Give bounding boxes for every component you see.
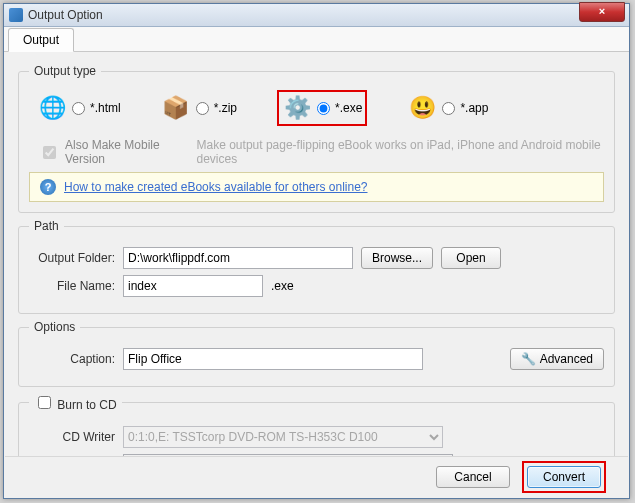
label-exe: *.exe bbox=[335, 101, 362, 115]
radio-zip[interactable] bbox=[196, 102, 209, 115]
radio-app[interactable] bbox=[442, 102, 455, 115]
wrench-icon: 🔧 bbox=[521, 352, 536, 366]
output-type-legend: Output type bbox=[29, 64, 101, 78]
caption-label: Caption: bbox=[29, 352, 115, 366]
content-area: Output type 🌐 *.html 📦 *.zip ⚙️ *.e bbox=[4, 52, 629, 464]
question-icon: ? bbox=[40, 179, 56, 195]
cd-writer-label: CD Writer bbox=[29, 430, 115, 444]
advanced-button[interactable]: 🔧Advanced bbox=[510, 348, 604, 370]
convert-button[interactable]: Convert bbox=[527, 466, 601, 488]
options-group: Options Caption: 🔧Advanced bbox=[18, 320, 615, 387]
type-zip: 📦 *.zip bbox=[161, 93, 237, 123]
also-mobile-checkbox[interactable] bbox=[43, 146, 56, 159]
convert-highlight: Convert bbox=[522, 461, 606, 493]
caption-input[interactable] bbox=[123, 348, 423, 370]
app-icon bbox=[9, 8, 23, 22]
help-box: ? How to make created eBooks available f… bbox=[29, 172, 604, 202]
path-group: Path Output Folder: Browse... Open File … bbox=[18, 219, 615, 314]
tab-output[interactable]: Output bbox=[8, 28, 74, 52]
radio-exe[interactable] bbox=[317, 102, 330, 115]
gear-icon: ⚙️ bbox=[282, 93, 312, 123]
mac-icon: 😃 bbox=[407, 93, 437, 123]
file-extension: .exe bbox=[271, 279, 294, 293]
output-type-group: Output type 🌐 *.html 📦 *.zip ⚙️ *.e bbox=[18, 64, 615, 213]
type-html: 🌐 *.html bbox=[37, 93, 121, 123]
burn-cd-legend: Burn to CD bbox=[29, 393, 122, 412]
label-app: *.app bbox=[460, 101, 488, 115]
help-link[interactable]: How to make created eBooks available for… bbox=[64, 180, 368, 194]
file-name-input[interactable] bbox=[123, 275, 263, 297]
options-legend: Options bbox=[29, 320, 80, 334]
output-folder-label: Output Folder: bbox=[29, 251, 115, 265]
window-title: Output Option bbox=[28, 8, 103, 22]
globe-icon: 🌐 bbox=[37, 93, 67, 123]
cancel-button[interactable]: Cancel bbox=[436, 466, 510, 488]
footer: Cancel Convert bbox=[5, 456, 628, 497]
label-zip: *.zip bbox=[214, 101, 237, 115]
open-button[interactable]: Open bbox=[441, 247, 501, 269]
tabstrip: Output bbox=[4, 27, 629, 52]
titlebar: Output Option × bbox=[4, 4, 629, 27]
output-option-window: Output Option × Output Output type 🌐 *.h… bbox=[3, 3, 630, 499]
close-button[interactable]: × bbox=[579, 2, 625, 22]
path-legend: Path bbox=[29, 219, 64, 233]
output-folder-input[interactable] bbox=[123, 247, 353, 269]
browse-button[interactable]: Browse... bbox=[361, 247, 433, 269]
type-exe: ⚙️ *.exe bbox=[277, 90, 367, 126]
cd-writer-select[interactable]: 0:1:0,E: TSSTcorp DVD-ROM TS-H353C D100 bbox=[123, 426, 443, 448]
type-app: 😃 *.app bbox=[407, 93, 488, 123]
label-html: *.html bbox=[90, 101, 121, 115]
radio-html[interactable] bbox=[72, 102, 85, 115]
burn-cd-checkbox[interactable] bbox=[38, 396, 51, 409]
file-name-label: File Name: bbox=[29, 279, 115, 293]
mobile-hint: Make output page-flipping eBook works on… bbox=[197, 138, 604, 166]
zip-icon: 📦 bbox=[161, 93, 191, 123]
also-mobile-label: Also Make Mobile Version bbox=[65, 138, 191, 166]
burn-cd-group: Burn to CD CD Writer 0:1:0,E: TSSTcorp D… bbox=[18, 393, 615, 464]
